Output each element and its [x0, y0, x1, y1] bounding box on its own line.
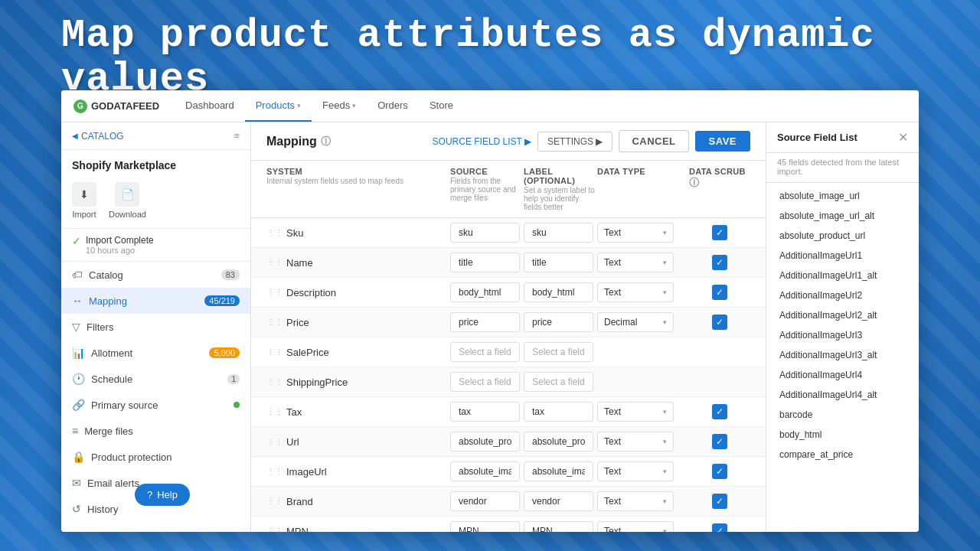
- datatype-select[interactable]: Decimal ▾: [597, 312, 674, 332]
- source-input[interactable]: [450, 282, 520, 302]
- datascrub-info-icon[interactable]: ⓘ: [689, 177, 699, 188]
- source-input[interactable]: [450, 491, 520, 511]
- download-action[interactable]: 📄 Download: [109, 182, 146, 219]
- datascrub-checkbox[interactable]: ✓: [712, 434, 727, 449]
- source-list-item[interactable]: AdditionalImageUrl4: [766, 365, 919, 385]
- datascrub-checkbox[interactable]: ✓: [712, 285, 727, 300]
- cancel-button[interactable]: CANCEL: [619, 130, 688, 152]
- source-list-item[interactable]: absolute_image_url: [766, 186, 919, 206]
- nav-item-store[interactable]: Store: [419, 90, 464, 122]
- drag-handle-icon[interactable]: ⋮⋮: [266, 527, 283, 533]
- source-list-item[interactable]: absolute_product_url: [766, 226, 919, 246]
- datascrub-checkbox[interactable]: ✓: [712, 523, 727, 532]
- drag-handle-icon[interactable]: ⋮⋮: [266, 467, 283, 477]
- settings-button[interactable]: SETTINGS ▶: [537, 132, 612, 152]
- drag-handle-icon[interactable]: ⋮⋮: [266, 258, 283, 268]
- active-dot-icon: [234, 402, 240, 408]
- chevron-down-icon: ▾: [663, 497, 667, 505]
- sidebar-item-catalog[interactable]: 🏷 Catalog 83: [61, 262, 250, 288]
- field-name-text: Price: [286, 317, 309, 328]
- source-field-list-button[interactable]: SOURCE FIELD LIST ▶: [433, 136, 531, 147]
- label-input[interactable]: [524, 432, 593, 452]
- datascrub-checkbox[interactable]: ✓: [712, 225, 727, 240]
- sidebar-back-btn[interactable]: ◀ CATALOG: [72, 131, 124, 142]
- sidebar-item-primary-source[interactable]: 🔗 Primary source: [61, 392, 250, 418]
- datatype-select[interactable]: Text ▾: [597, 402, 674, 422]
- source-input[interactable]: [450, 521, 520, 532]
- datatype-select[interactable]: Text ▾: [597, 223, 674, 243]
- nav-item-feeds[interactable]: Feeds ▾: [312, 90, 367, 122]
- source-list-item[interactable]: AdditionalImageUrl2: [766, 285, 919, 305]
- info-icon[interactable]: ⓘ: [321, 135, 331, 148]
- drag-handle-icon[interactable]: ⋮⋮: [266, 407, 283, 417]
- drag-handle-icon[interactable]: ⋮⋮: [266, 497, 283, 507]
- label-input[interactable]: [524, 342, 593, 362]
- datatype-select[interactable]: Text ▾: [597, 461, 674, 481]
- source-input[interactable]: [450, 253, 520, 272]
- save-button[interactable]: SAVE: [695, 131, 750, 152]
- sidebar-item-mapping[interactable]: ↔ Mapping 45/219: [61, 288, 250, 314]
- drag-handle-icon[interactable]: ⋮⋮: [266, 318, 283, 328]
- source-list-item[interactable]: AdditionalImageUrl4_alt: [766, 385, 919, 405]
- datatype-value: Text: [604, 406, 621, 417]
- datascrub-checkbox[interactable]: ✓: [712, 404, 727, 419]
- label-input[interactable]: [524, 312, 593, 332]
- field-name-cell: ⋮⋮ SalePrice: [266, 347, 450, 358]
- source-list-item[interactable]: AdditionalImageUrl1: [766, 246, 919, 266]
- nav-item-products[interactable]: Products ▾: [245, 90, 312, 122]
- source-input[interactable]: [450, 342, 520, 362]
- datatype-select[interactable]: Text ▾: [597, 491, 674, 511]
- import-action[interactable]: ⬇ Import: [72, 182, 96, 219]
- datatype-select[interactable]: Text ▾: [597, 432, 674, 452]
- source-list-item[interactable]: AdditionalImageUrl3: [766, 325, 919, 345]
- drag-handle-icon[interactable]: ⋮⋮: [266, 377, 283, 387]
- label-input[interactable]: [524, 491, 593, 511]
- help-button[interactable]: ? Help: [135, 484, 190, 506]
- label-input[interactable]: [524, 402, 593, 422]
- datatype-select-cell: Text ▾: [597, 461, 689, 481]
- label-input[interactable]: [524, 253, 593, 272]
- sidebar-item-merge-files[interactable]: ≡ Merge files: [61, 418, 250, 444]
- source-list-item[interactable]: AdditionalImageUrl1_alt: [766, 266, 919, 285]
- datatype-select[interactable]: Text ▾: [597, 253, 674, 272]
- nav-item-orders[interactable]: Orders: [367, 90, 419, 122]
- drag-handle-icon[interactable]: ⋮⋮: [266, 347, 283, 357]
- source-list-item[interactable]: body_html: [766, 425, 919, 445]
- label-input[interactable]: [524, 372, 593, 392]
- datascrub-checkbox[interactable]: ✓: [712, 255, 727, 270]
- label-input[interactable]: [524, 461, 593, 481]
- import-time-text: 10 hours ago: [86, 246, 154, 255]
- source-input[interactable]: [450, 223, 520, 243]
- sidebar-item-schedule[interactable]: 🕐 Schedule 1: [61, 366, 250, 392]
- sidebar-item-product-protection[interactable]: 🔒 Product protection: [61, 444, 250, 470]
- datascrub-checkbox[interactable]: ✓: [712, 464, 727, 479]
- hamburger-icon[interactable]: ≡: [234, 130, 240, 142]
- nav-item-dashboard[interactable]: Dashboard: [175, 90, 245, 122]
- source-input[interactable]: [450, 402, 520, 422]
- source-list-item[interactable]: barcode: [766, 405, 919, 425]
- drag-handle-icon[interactable]: ⋮⋮: [266, 228, 283, 238]
- source-list-item[interactable]: compare_at_price: [766, 445, 919, 465]
- label-input-cell: [524, 432, 597, 452]
- close-source-panel-button[interactable]: ✕: [898, 130, 908, 145]
- datascrub-checkbox[interactable]: ✓: [712, 315, 727, 330]
- label-input[interactable]: [524, 521, 593, 532]
- source-list-item[interactable]: AdditionalImageUrl3_alt: [766, 345, 919, 365]
- label-input[interactable]: [524, 223, 593, 243]
- drag-handle-icon[interactable]: ⋮⋮: [266, 437, 283, 447]
- drag-handle-icon[interactable]: ⋮⋮: [266, 288, 283, 298]
- filters-icon: ▽: [72, 321, 80, 333]
- source-list-item[interactable]: AdditionalImageUrl2_alt: [766, 305, 919, 325]
- source-panel-header: Source Field List ✕: [766, 122, 919, 153]
- source-input[interactable]: [450, 312, 520, 332]
- sidebar-item-filters[interactable]: ▽ Filters: [61, 314, 250, 340]
- source-input[interactable]: [450, 432, 520, 452]
- sidebar-item-allotment[interactable]: 📊 Allotment 5,000: [61, 340, 250, 366]
- datatype-select[interactable]: Text ▾: [597, 521, 674, 532]
- datatype-select[interactable]: Text ▾: [597, 282, 674, 302]
- source-input[interactable]: [450, 372, 520, 392]
- label-input[interactable]: [524, 282, 593, 302]
- source-input[interactable]: [450, 461, 520, 481]
- source-list-item[interactable]: absolute_image_url_alt: [766, 206, 919, 226]
- datascrub-checkbox[interactable]: ✓: [712, 494, 727, 509]
